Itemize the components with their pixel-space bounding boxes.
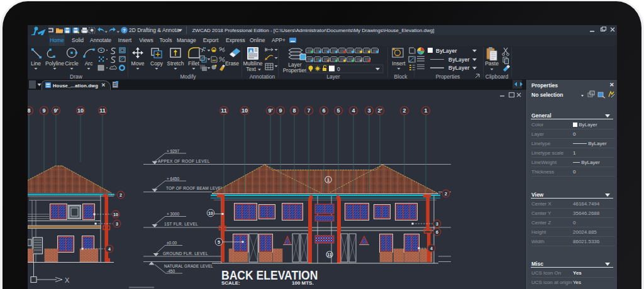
svg-text:Stretch: Stretch [167, 60, 184, 67]
svg-text:5: 5 [336, 107, 340, 114]
svg-text:ByLayer: ByLayer [448, 65, 470, 71]
svg-text:NATURAL GRADE LEVEL: NATURAL GRADE LEVEL [164, 264, 213, 268]
svg-text:Draw: Draw [70, 74, 83, 80]
svg-text:3: 3 [367, 107, 370, 114]
svg-text:Copy: Copy [150, 60, 164, 67]
svg-text:X: X [65, 276, 70, 284]
svg-text:Move: Move [131, 60, 145, 67]
svg-text:2: 2 [119, 193, 122, 197]
svg-text:1: 1 [327, 178, 330, 182]
svg-text:5: 5 [218, 240, 220, 244]
svg-text:Insert: Insert [392, 60, 406, 67]
svg-text:-450: -450 [167, 269, 175, 273]
svg-text:ByLayer: ByLayer [448, 57, 470, 63]
svg-text:Fillet: Fillet [188, 60, 200, 67]
svg-text:Layer: Layer [326, 74, 340, 80]
svg-text:±0.00: ±0.00 [167, 241, 177, 245]
svg-text:+ 6450: + 6450 [167, 177, 179, 181]
svg-text:Properties: Properties [283, 67, 308, 74]
svg-text:GROUND FLR. LEVEL: GROUND FLR. LEVEL [163, 251, 208, 256]
svg-text:APPEX OF ROOF LEVEL: APPEX OF ROOF LEVEL [158, 159, 210, 163]
svg-text:100 MTS.: 100 MTS. [292, 280, 314, 286]
svg-text:9': 9' [53, 107, 58, 114]
svg-text:2: 2 [402, 107, 406, 114]
svg-text:9: 9 [42, 107, 45, 114]
svg-text:11: 11 [327, 253, 332, 257]
svg-text:Clipboard: Clipboard [486, 74, 509, 80]
svg-text:Paste: Paste [485, 60, 499, 67]
svg-text:11: 11 [221, 107, 227, 114]
svg-text:TOP OF ROOF BEAM LEVEL: TOP OF ROOF BEAM LEVEL [166, 186, 223, 190]
svg-text:3: 3 [436, 222, 438, 226]
svg-text:10: 10 [242, 107, 248, 114]
svg-text:6: 6 [322, 107, 325, 114]
svg-text:1ST FLR. LEVEL: 1ST FLR. LEVEL [164, 222, 198, 226]
svg-text:0: 0 [337, 66, 340, 72]
svg-text:1: 1 [424, 107, 427, 114]
svg-text:Line: Line [31, 60, 41, 67]
svg-text:Text: Text [246, 66, 256, 72]
svg-text:Arc: Arc [85, 60, 94, 67]
svg-text:11: 11 [99, 107, 106, 114]
svg-text:3: 3 [116, 222, 118, 226]
svg-text:10: 10 [113, 212, 118, 217]
svg-text:ByLayer: ByLayer [436, 48, 457, 54]
svg-text:4: 4 [352, 107, 355, 114]
svg-text:Modify: Modify [180, 74, 196, 80]
svg-text:10: 10 [77, 107, 84, 114]
svg-text:4: 4 [430, 246, 433, 251]
svg-text:SCALE:: SCALE: [221, 280, 240, 286]
svg-text:8: 8 [292, 107, 296, 114]
svg-text:?: ? [123, 28, 126, 33]
svg-text:Annotation: Annotation [250, 74, 275, 80]
svg-text:Block: Block [394, 74, 408, 80]
svg-text:Properties: Properties [436, 74, 460, 80]
svg-text:+ 9297: + 9297 [167, 149, 179, 153]
svg-text:6: 6 [436, 230, 438, 234]
svg-text:4: 4 [108, 247, 111, 251]
svg-text:Circle: Circle [65, 60, 79, 67]
svg-text:7: 7 [307, 107, 310, 114]
svg-text:Polyline: Polyline [45, 60, 64, 67]
svg-text:9': 9' [268, 107, 272, 114]
svg-text:9: 9 [279, 107, 282, 114]
svg-text:2': 2' [377, 107, 382, 114]
svg-text:A: A [249, 49, 252, 53]
svg-text:8: 8 [28, 107, 31, 114]
svg-text:+ 3000: + 3000 [167, 212, 179, 216]
svg-text:Erase: Erase [225, 60, 239, 67]
svg-text:10: 10 [208, 211, 213, 215]
svg-text:2: 2 [445, 192, 447, 196]
